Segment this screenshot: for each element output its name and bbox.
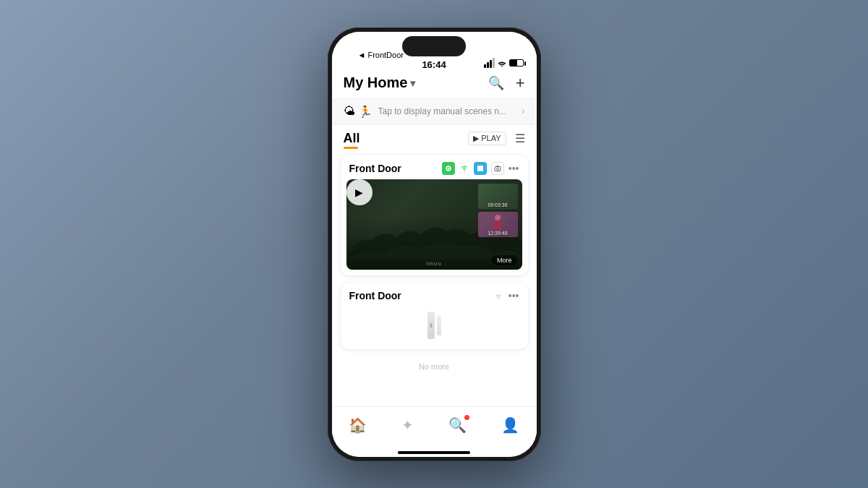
home-chevron-icon: ▾ (410, 77, 415, 89)
nav-scenes[interactable]: ✦ (401, 416, 414, 434)
more-button[interactable]: More (491, 255, 518, 265)
svg-rect-2 (495, 166, 501, 171)
home-title: My Home (344, 74, 408, 91)
thumbnail-1[interactable]: 09:03:36 (478, 184, 518, 209)
sensor-wifi-icon (493, 291, 504, 300)
sensor-name: Front Door (349, 290, 401, 301)
dynamic-island (402, 36, 466, 56)
play-button[interactable]: ▶ PLAY (468, 132, 506, 145)
play-video-button[interactable]: ▶ (346, 179, 373, 205)
video-thumbnails: 09:03:36 12:39:48 (478, 184, 518, 237)
signal-icon (484, 58, 495, 68)
banner-text: Tap to display manual scenes n... (378, 106, 516, 116)
add-button[interactable]: + (516, 74, 525, 93)
scene-actions: ▶ PLAY ☰ (468, 132, 524, 145)
search-button[interactable]: 🔍 (488, 75, 504, 91)
banner-icons: 🌤 🏃 (344, 105, 373, 119)
sensor-status-icons: ••• (493, 290, 519, 301)
status-time: 16:44 (422, 59, 446, 70)
camera-card: Front Door (341, 155, 528, 275)
brand-label: imou (426, 260, 441, 267)
nav-profile[interactable]: 👤 (501, 416, 519, 434)
main-scene: ◄ FrontDoor 16:44 (0, 0, 868, 488)
menu-icon[interactable]: ☰ (515, 132, 525, 145)
camera-more-icon[interactable]: ••• (509, 163, 519, 174)
door-sensor-card: Front Door ••• (341, 283, 528, 349)
banner-icon-2: 🏃 (358, 105, 373, 119)
record-icon (474, 162, 487, 175)
scenes-nav-icon: ✦ (401, 416, 414, 434)
camera-name: Front Door (349, 163, 401, 174)
thumbnail-2[interactable]: 12:39:48 (478, 212, 518, 237)
wifi-status-icon (459, 163, 469, 174)
header-title-group[interactable]: My Home ▾ (344, 74, 416, 91)
app-header: My Home ▾ 🔍 + (332, 68, 537, 99)
scene-section: All ▶ PLAY ☰ (332, 125, 537, 152)
home-indicator (398, 451, 470, 454)
header-actions: 🔍 + (488, 74, 525, 93)
connection-icon (442, 162, 455, 175)
scene-title: All (344, 131, 360, 146)
screen: ◄ FrontDoor 16:44 (332, 32, 537, 457)
nav-discover[interactable]: 🔍 (448, 416, 467, 434)
camera-card-header: Front Door (341, 155, 528, 179)
timestamp-1: 09:03:36 (478, 202, 518, 207)
snapshot-icon (491, 162, 504, 175)
no-more-label: No more (332, 356, 537, 374)
sensor-card-header: Front Door ••• (341, 283, 528, 306)
profile-nav-icon: 👤 (501, 416, 519, 434)
svg-point-1 (447, 167, 449, 169)
banner-arrow-icon: › (522, 106, 525, 116)
phone-frame: ◄ FrontDoor 16:44 (328, 27, 541, 461)
camera-status-icons: ••• (442, 162, 519, 175)
home-nav-icon: 🏠 (349, 416, 367, 434)
sensor-visual (341, 306, 528, 342)
nav-home[interactable]: 🏠 (349, 416, 367, 434)
sensor-more-icon[interactable]: ••• (509, 290, 519, 301)
banner[interactable]: 🌤 🏃 Tap to display manual scenes n... › (332, 99, 537, 125)
back-button[interactable]: ◄ FrontDoor (358, 51, 404, 59)
battery-icon (509, 59, 524, 67)
discover-nav-icon: 🔍 (448, 416, 467, 434)
bottom-nav: 🏠 ✦ 🔍 👤 (332, 406, 537, 450)
camera-feed[interactable]: ▶ 09:03:36 (346, 179, 522, 270)
notification-dot (464, 415, 469, 420)
app-content: My Home ▾ 🔍 + 🌤 🏃 Tap to display manual … (332, 68, 537, 457)
banner-icon-1: 🌤 (344, 105, 355, 119)
devices-list: Front Door (332, 152, 537, 406)
wifi-icon (497, 59, 507, 67)
svg-point-3 (496, 168, 498, 170)
timestamp-2: 12:39:48 (478, 231, 518, 236)
